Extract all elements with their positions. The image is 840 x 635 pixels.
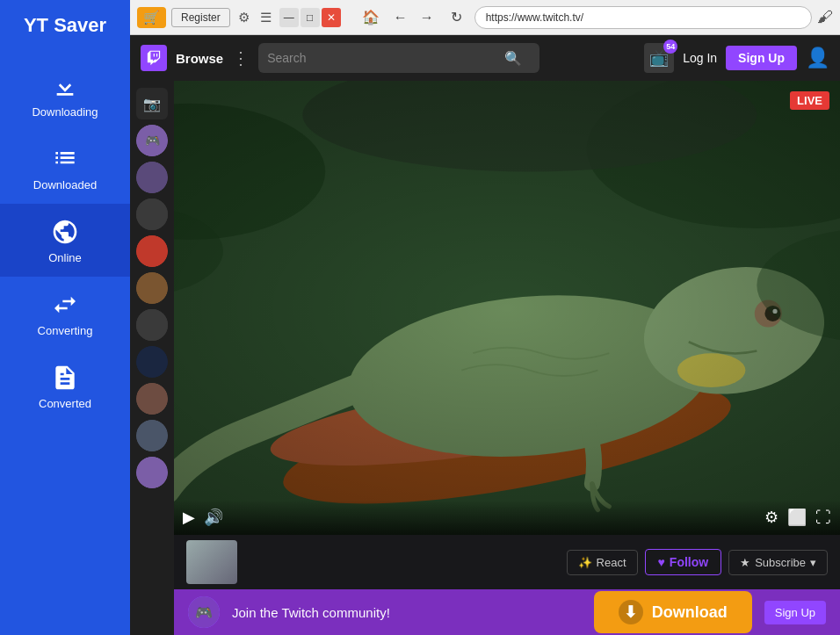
react-button[interactable]: ✨ React [567,550,638,575]
list-item[interactable] [136,457,168,488]
search-bar: 🔍 [258,43,539,73]
twitch-icon [141,45,167,71]
nav-buttons: ← → [388,5,439,30]
download-button[interactable]: ⬇ Download [594,591,752,633]
cart-button[interactable]: 🛒 [137,7,166,28]
sidebar-item-converting[interactable]: Converting [0,277,130,350]
home-button[interactable]: 🏠 [358,5,383,30]
subscribe-button[interactable]: ★ Subscribe ▾ [728,550,828,575]
search-button[interactable]: 🔍 [504,50,522,67]
react-label: React [597,556,626,569]
browser-toolbar: Browse ⋮ 🔍 📺 54 Log In Sign Up 👤 [130,35,840,81]
download-label: Download [652,603,728,622]
channel-avatar [136,346,168,378]
list-item[interactable] [136,198,168,230]
app-title: YT Saver [24,9,106,42]
svg-rect-3 [136,198,168,230]
gear-button[interactable]: ⚙ [235,7,252,28]
channel-avatar [136,383,168,415]
star-icon: ★ [740,556,750,569]
follow-label: Follow [670,555,708,569]
list-item[interactable] [136,420,168,451]
sidebar-item-converted[interactable]: Converted [0,350,130,422]
brush-button[interactable]: 🖌 [817,8,833,26]
channel-avatar [136,235,168,267]
stream-actions: ✨ React ♥ Follow ★ Subscribe ▾ [567,549,828,575]
settings-button[interactable]: ⚙ [764,508,778,527]
signup-button[interactable]: Sign Up [726,46,797,70]
stream-thumbnail [186,540,237,584]
subscribe-chevron: ▾ [810,556,816,569]
camera-button[interactable]: 📷 [136,88,168,119]
forward-button[interactable]: → [415,5,439,30]
react-emoji: ✨ [578,556,592,569]
list-item[interactable] [136,162,168,193]
converting-icon [49,289,81,321]
url-bar[interactable] [474,6,812,29]
list-item[interactable] [136,309,168,341]
sidebar-item-converting-label: Converting [38,324,93,337]
twitch-logo [141,45,167,71]
svg-point-7 [136,346,168,378]
converted-icon [49,362,81,393]
close-button[interactable]: ✕ [322,8,341,27]
list-item[interactable] [136,272,168,304]
list-item[interactable] [136,346,168,378]
video-controls: ▶ 🔊 ⚙ ⬜ ⛶ [174,500,840,535]
svg-text:🎮: 🎮 [195,604,213,621]
stream-thumb-inner [186,540,237,584]
list-item[interactable] [136,383,168,415]
login-button[interactable]: Log In [683,51,717,65]
sidebar-item-downloading-label: Downloading [32,105,98,119]
channel-avatar [136,198,168,230]
downloaded-icon [49,143,81,175]
channel-avatar: 🎮 [136,125,168,156]
list-item[interactable] [136,235,168,267]
svg-point-2 [136,162,168,193]
sidebar-item-downloading[interactable]: Downloading [0,58,130,131]
register-button[interactable]: Register [171,8,230,27]
channel-avatar [136,272,168,304]
svg-point-10 [136,457,168,488]
subscribe-label: Subscribe [755,556,806,569]
signup-small-button[interactable]: Sign Up [764,601,826,624]
volume-button[interactable]: 🔊 [204,508,223,527]
stream-info-bar: ✨ React ♥ Follow ★ Subscribe ▾ [174,535,840,589]
video-area: LIVE ▶ 🔊 ⚙ ⬜ ⛶ ✨ [174,81,840,635]
list-item[interactable]: 🎮 [136,125,168,156]
join-community-text: Join the Twitch community! [232,605,582,620]
main-area: 🛒 Register ⚙ ☰ — □ ✕ 🏠 ← → ↻ 🖌 Browse ⋮ … [130,0,840,635]
online-icon [49,216,81,248]
avatar-button[interactable]: 👤 [806,47,829,69]
back-button[interactable]: ← [388,5,413,30]
browse-button[interactable]: Browse [176,51,223,66]
sidebar-item-online[interactable]: Online [0,204,130,277]
refresh-button[interactable]: ↻ [445,5,469,30]
maximize-button[interactable]: □ [301,8,320,27]
svg-point-9 [136,420,168,451]
more-options-button[interactable]: ⋮ [232,47,250,69]
channel-avatar [136,309,168,341]
sidebar-item-downloaded[interactable]: Downloaded [0,131,130,204]
minimize-button[interactable]: — [279,8,299,27]
download-bar: 🎮 Join the Twitch community! ⬇ Download … [174,589,840,635]
sidebar-item-online-label: Online [48,251,82,264]
video-background [174,81,840,535]
menu-button[interactable]: ☰ [257,7,274,28]
svg-rect-25 [174,81,840,535]
theater-button[interactable]: ⬜ [787,508,807,527]
fullscreen-button[interactable]: ⛶ [815,509,831,527]
play-button[interactable]: ▶ [183,508,195,527]
channel-list: 📷 🎮 [130,81,174,635]
sidebar: YT Saver Downloading Downloaded Online [0,0,130,635]
download-icon-circle: ⬇ [619,600,643,624]
follow-button[interactable]: ♥ Follow [645,549,722,575]
browser-toolbar-right: 📺 54 Log In Sign Up 👤 [644,43,829,73]
svg-point-4 [136,235,168,267]
sidebar-item-converted-label: Converted [39,397,91,410]
notifications-button[interactable]: 📺 54 [644,43,674,73]
video-player[interactable]: LIVE ▶ 🔊 ⚙ ⬜ ⛶ [174,81,840,535]
search-input[interactable] [267,51,504,65]
download-icon: ⬇ [624,603,637,622]
topbar: 🛒 Register ⚙ ☰ — □ ✕ 🏠 ← → ↻ 🖌 [130,0,840,35]
